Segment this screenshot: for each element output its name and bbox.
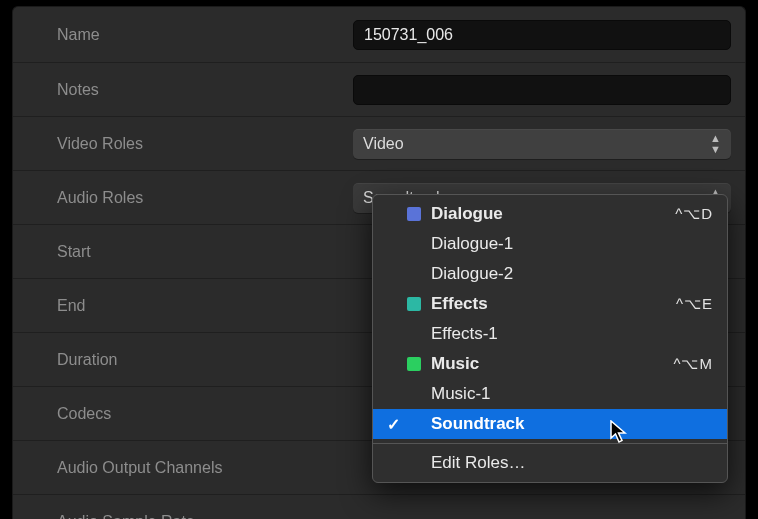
menu-item[interactable]: Dialogue-1 [373,229,727,259]
menu-item[interactable]: Effects^⌥E [373,289,727,319]
menu-separator [373,443,727,444]
row-audio-sample-rate: Audio Sample Rate [13,495,745,519]
menu-item-edit-roles[interactable]: Edit Roles… [373,448,727,478]
label-audio-roles: Audio Roles [13,189,353,207]
menu-item-label: Music [431,354,673,374]
label-codecs: Codecs [13,405,353,423]
row-video-roles: Video Roles Video ▲▼ [13,117,745,171]
menu-item[interactable]: Music^⌥M [373,349,727,379]
label-end: End [13,297,353,315]
check-icon: ✓ [387,415,407,434]
row-name: Name [13,7,745,63]
menu-item-label: Effects [431,294,676,314]
menu-item-shortcut: ^⌥M [673,355,713,373]
video-roles-select[interactable]: Video ▲▼ [353,129,731,159]
label-start: Start [13,243,353,261]
menu-item[interactable]: Dialogue^⌥D [373,199,727,229]
menu-item-label: Dialogue [431,204,675,224]
label-notes: Notes [13,81,353,99]
menu-item[interactable]: ✓Soundtrack [373,409,727,439]
role-color-swatch [407,297,421,311]
video-roles-value: Video [363,135,404,153]
cursor-icon [610,420,630,446]
menu-item[interactable]: Effects-1 [373,319,727,349]
menu-item-label: Dialogue-2 [431,264,713,284]
audio-roles-menu[interactable]: Dialogue^⌥DDialogue-1Dialogue-2Effects^⌥… [372,194,728,483]
label-name: Name [13,26,353,44]
role-color-swatch [407,357,421,371]
menu-item-label: Music-1 [431,384,713,404]
menu-item-shortcut: ^⌥D [675,205,713,223]
menu-item-label: Soundtrack [431,414,713,434]
label-audio-output-channels: Audio Output Channels [13,459,353,477]
label-duration: Duration [13,351,353,369]
menu-item[interactable]: Dialogue-2 [373,259,727,289]
menu-item[interactable]: Music-1 [373,379,727,409]
menu-item-label: Edit Roles… [431,453,713,473]
label-video-roles: Video Roles [13,135,353,153]
row-notes: Notes [13,63,745,117]
name-input[interactable] [353,20,731,50]
menu-item-label: Effects-1 [431,324,713,344]
menu-item-shortcut: ^⌥E [676,295,713,313]
role-color-swatch [407,207,421,221]
menu-item-label: Dialogue-1 [431,234,713,254]
notes-input[interactable] [353,75,731,105]
label-audio-sample-rate: Audio Sample Rate [13,513,353,520]
chevron-updown-icon: ▲▼ [710,133,721,155]
